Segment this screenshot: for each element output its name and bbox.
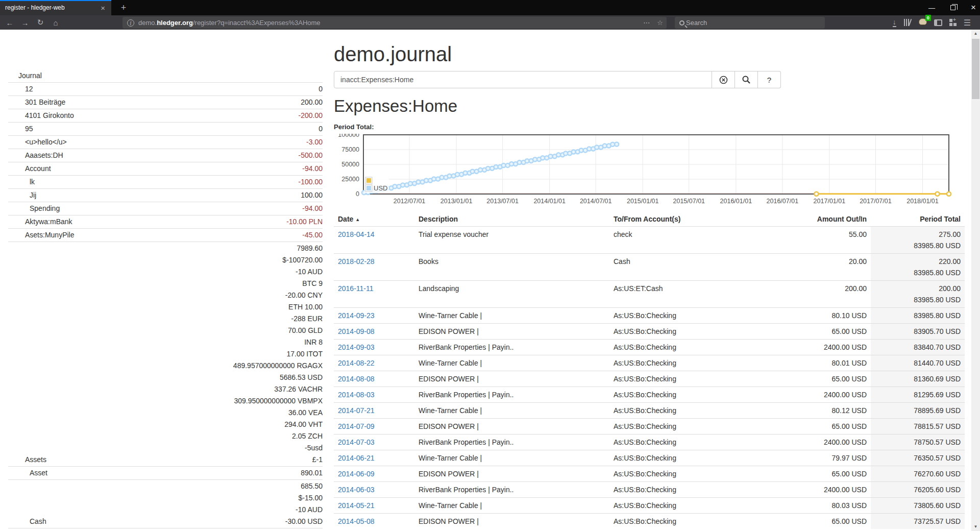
account-link[interactable]: <u>hello</u> — [8, 136, 67, 148]
transaction-period-total: 76205.60 USD — [871, 482, 965, 498]
scrollbar-thumb[interactable] — [972, 39, 979, 99]
forward-icon[interactable]: → — [17, 18, 33, 27]
downloads-icon[interactable]: ↓ — [893, 18, 896, 27]
transaction-date-link[interactable]: 2018-02-28 — [338, 257, 375, 266]
transaction-date-link[interactable]: 2018-04-14 — [338, 230, 375, 238]
tab-title: register - hledger-web — [5, 4, 99, 11]
account-balance: 685.50$-15.00-10 AUD-30.00 USD — [46, 480, 323, 527]
account-link[interactable]: Assets — [8, 454, 46, 466]
account-link[interactable]: 301 Beiträge — [8, 96, 65, 108]
transaction-row[interactable]: 2016-11-11LandscapingAs:US:ET:Cash200.00… — [334, 281, 965, 308]
library-icon[interactable] — [903, 19, 912, 26]
transaction-row[interactable]: 2014-08-03RiverBank Properties | Payin..… — [334, 387, 965, 403]
site-info-icon[interactable]: i — [127, 19, 134, 27]
transaction-row[interactable]: 2014-09-03RiverBank Properties | Payin..… — [334, 340, 965, 355]
transaction-row[interactable]: 2014-06-09EDISON POWER |As:US:Bo:Checkin… — [334, 466, 965, 482]
search-button[interactable] — [735, 71, 758, 88]
browser-search-box[interactable] — [675, 17, 825, 29]
transaction-date-link[interactable]: 2014-06-03 — [338, 486, 375, 494]
window-close-button[interactable]: × — [971, 3, 976, 13]
query-input[interactable] — [334, 71, 712, 88]
column-header-description[interactable]: Description — [414, 212, 609, 227]
new-tab-button[interactable]: + — [116, 1, 131, 15]
transaction-row[interactable]: 2014-07-03RiverBank Properties | Payin..… — [334, 435, 965, 450]
page-scrollbar[interactable]: ▲ ▼ — [971, 30, 980, 531]
transaction-account: As:US:Bo:Checking — [609, 324, 783, 340]
minimize-button[interactable]: — — [928, 4, 935, 12]
scroll-up-icon[interactable]: ▲ — [971, 30, 980, 38]
reload-icon[interactable]: ↻ — [33, 18, 48, 27]
svg-text:2016/07/01: 2016/07/01 — [767, 198, 799, 205]
transaction-row[interactable]: 2014-09-08EDISON POWER |As:US:Bo:Checkin… — [334, 324, 965, 340]
account-link[interactable]: lk — [8, 176, 35, 188]
column-header-date[interactable]: Date ▲ — [334, 212, 414, 227]
register-heading: Expenses:Home — [334, 96, 965, 116]
clear-query-button[interactable] — [712, 71, 735, 88]
transaction-date-link[interactable]: 2014-07-03 — [338, 438, 375, 446]
transaction-date-link[interactable]: 2014-05-08 — [338, 517, 375, 525]
account-link[interactable]: Aaasets:DH — [8, 150, 63, 161]
transaction-row[interactable]: 2014-05-08EDISON POWER |As:US:Bo:Checkin… — [334, 514, 965, 529]
transaction-date-link[interactable]: 2014-08-22 — [338, 359, 375, 367]
menu-icon[interactable]: ☰ — [964, 18, 971, 28]
transaction-date-link[interactable]: 2014-08-08 — [338, 375, 375, 383]
column-header-period-total[interactable]: Period Total — [871, 212, 965, 227]
transaction-row[interactable]: 2014-07-09EDISON POWER |As:US:Bo:Checkin… — [334, 419, 965, 435]
extension-icon[interactable]: 0 — [919, 18, 927, 27]
tab-close-icon[interactable]: × — [99, 4, 107, 12]
transaction-date-link[interactable]: 2016-11-11 — [338, 284, 374, 293]
browser-tab[interactable]: register - hledger-web × — [0, 0, 111, 15]
transaction-date-link[interactable]: 2014-05-21 — [338, 501, 375, 510]
sidebar-toggle-icon[interactable] — [934, 19, 942, 26]
transaction-row[interactable]: 2014-08-22Wine-Tarner Cable |As:US:Bo:Ch… — [334, 355, 965, 371]
transaction-date-link[interactable]: 2014-06-21 — [338, 454, 375, 462]
restore-button[interactable] — [950, 5, 955, 10]
transaction-amount: 20.00 — [783, 254, 871, 281]
help-button[interactable]: ? — [758, 71, 781, 88]
chart-label: Period Total: — [334, 123, 965, 131]
transaction-row[interactable]: 2018-04-14Trial expense vouchercheck55.0… — [334, 227, 965, 254]
url-bar[interactable]: i demo.hledger.org/register?q=inacct%3AE… — [122, 17, 667, 29]
transaction-period-total: 275.0083985.80 USD — [871, 227, 965, 254]
account-link[interactable]: 4101 Girokonto — [8, 110, 74, 122]
transaction-date-link[interactable]: 2014-07-09 — [338, 422, 375, 430]
transaction-row[interactable]: 2014-09-23Wine-Tarner Cable |As:US:Bo:Ch… — [334, 308, 965, 324]
account-link[interactable]: Spending — [8, 203, 60, 214]
account-link[interactable]: Jij — [8, 189, 36, 201]
transaction-date-link[interactable]: 2014-09-08 — [338, 327, 375, 335]
page-actions-icon[interactable]: ⋯ — [640, 19, 653, 27]
transaction-row[interactable]: 2014-06-03RiverBank Properties | Payin..… — [334, 482, 965, 498]
column-header-account[interactable]: To/From Account(s) — [609, 212, 783, 227]
firefox-window: register - hledger-web × + — × ← → ↻ ⌂ i… — [0, 0, 980, 531]
bookmark-star-icon[interactable]: ☆ — [653, 19, 667, 27]
transaction-row[interactable]: 2014-07-21Wine-Tarner Cable |As:US:Bo:Ch… — [334, 403, 965, 419]
extensions-grid-icon[interactable] — [949, 19, 957, 26]
transaction-account: As:US:Bo:Checking — [609, 387, 783, 403]
home-icon[interactable]: ⌂ — [48, 18, 63, 27]
account-link[interactable]: Asset — [8, 467, 47, 479]
transaction-date-link[interactable]: 2014-08-03 — [338, 391, 375, 399]
column-header-amount[interactable]: Amount Out/In — [783, 212, 871, 227]
account-link[interactable]: Account — [8, 163, 51, 175]
transaction-description: RiverBank Properties | Payin.. — [414, 435, 609, 450]
account-link[interactable]: Asets:MunyPile — [8, 229, 74, 241]
transaction-row[interactable]: 2014-06-21Wine-Tarner Cable |As:US:Bo:Ch… — [334, 450, 965, 466]
transaction-amount: 2400.00 USD — [783, 340, 871, 355]
transaction-date-link[interactable]: 2014-06-09 — [338, 470, 375, 478]
transaction-row[interactable]: 2018-02-28BooksCash20.00220.0083985.80 U… — [334, 254, 965, 281]
back-icon[interactable]: ← — [2, 18, 17, 27]
account-link[interactable]: Cash — [8, 516, 46, 527]
scroll-down-icon[interactable]: ▼ — [971, 523, 980, 531]
transaction-row[interactable]: 2014-08-08EDISON POWER |As:US:Bo:Checkin… — [334, 371, 965, 387]
journal-link[interactable]: Journal — [8, 70, 42, 82]
sidebar-account-row: Asets:MunyPile-45.00 — [8, 229, 323, 242]
account-link[interactable]: 12 — [8, 83, 33, 95]
transaction-row[interactable]: 2014-05-21Wine-Tarner Cable |As:US:Bo:Ch… — [334, 498, 965, 514]
svg-text:2013/07/01: 2013/07/01 — [486, 198, 519, 205]
transaction-date-link[interactable]: 2014-07-21 — [338, 406, 375, 415]
account-link[interactable]: Aktywa:mBank — [8, 216, 72, 228]
account-link[interactable]: 95 — [8, 123, 33, 135]
transaction-date-link[interactable]: 2014-09-23 — [338, 311, 375, 320]
browser-search-input[interactable] — [686, 19, 798, 27]
transaction-date-link[interactable]: 2014-09-03 — [338, 343, 375, 351]
